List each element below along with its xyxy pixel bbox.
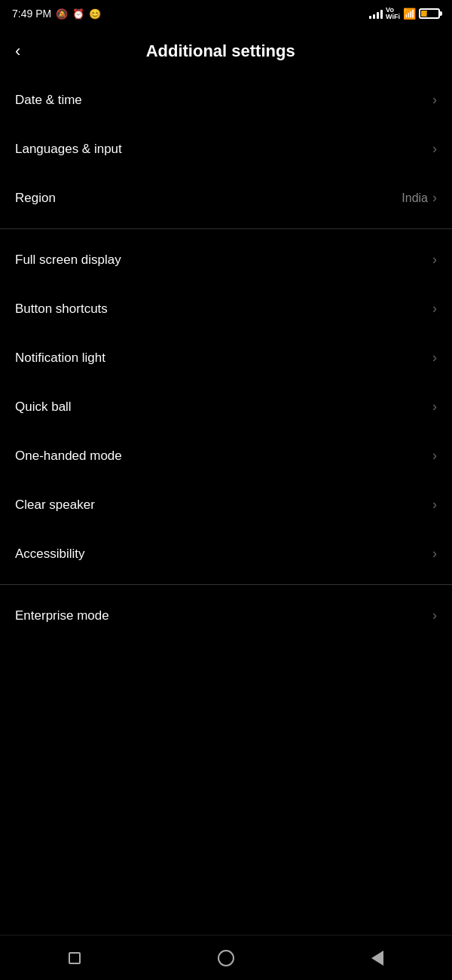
chevron-icon: ›	[432, 448, 437, 464]
notification-light-right: ›	[432, 350, 437, 366]
full-screen-right: ›	[432, 252, 437, 268]
date-time-right: ›	[432, 92, 437, 108]
accessibility-label: Accessibility	[15, 547, 85, 562]
settings-item-region[interactable]: Region India ›	[0, 173, 452, 222]
time-display: 7:49 PM	[12, 8, 51, 20]
recent-apps-icon	[69, 952, 81, 964]
clear-speaker-right: ›	[432, 497, 437, 513]
quick-ball-label: Quick ball	[15, 400, 72, 415]
back-button[interactable]: ‹	[15, 41, 20, 61]
header: ‹ Additional settings	[0, 27, 452, 75]
settings-group-3: Enterprise mode ›	[0, 591, 452, 640]
settings-item-accessibility[interactable]: Accessibility ›	[0, 529, 452, 578]
settings-item-date-time[interactable]: Date & time ›	[0, 75, 452, 124]
alarm-icon: ⏰	[72, 8, 84, 20]
chevron-icon: ›	[432, 190, 437, 206]
vo-wifi-icon: VoWiFi	[386, 7, 400, 20]
settings-list: Date & time › Languages & input › Region…	[0, 75, 452, 640]
face-icon: 😊	[89, 8, 101, 20]
region-right: India ›	[402, 190, 437, 206]
status-bar: 7:49 PM 🔕 ⏰ 😊 VoWiFi 📶 37	[0, 0, 452, 27]
chevron-icon: ›	[432, 350, 437, 366]
accessibility-right: ›	[432, 546, 437, 562]
settings-item-quick-ball[interactable]: Quick ball ›	[0, 382, 452, 431]
settings-group-1: Date & time › Languages & input › Region…	[0, 75, 452, 222]
back-nav-icon	[371, 951, 383, 966]
button-shortcuts-label: Button shortcuts	[15, 302, 108, 317]
settings-item-clear-speaker[interactable]: Clear speaker ›	[0, 480, 452, 529]
divider-1	[0, 228, 452, 229]
battery-icon: 37	[419, 8, 440, 19]
languages-input-label: Languages & input	[15, 142, 122, 157]
button-shortcuts-right: ›	[432, 301, 437, 317]
nav-bar	[0, 935, 452, 980]
one-handed-mode-label: One-handed mode	[15, 449, 122, 464]
clear-speaker-label: Clear speaker	[15, 498, 95, 513]
mute-icon: 🔕	[56, 8, 68, 20]
enterprise-right: ›	[432, 608, 437, 623]
settings-item-languages-input[interactable]: Languages & input ›	[0, 124, 452, 173]
settings-item-button-shortcuts[interactable]: Button shortcuts ›	[0, 284, 452, 333]
region-value: India	[402, 191, 428, 205]
settings-item-full-screen[interactable]: Full screen display ›	[0, 235, 452, 284]
chevron-icon: ›	[432, 546, 437, 562]
notification-light-label: Notification light	[15, 351, 105, 366]
chevron-icon: ›	[432, 252, 437, 268]
region-label: Region	[15, 191, 56, 206]
chevron-icon: ›	[432, 608, 437, 623]
chevron-icon: ›	[432, 141, 437, 157]
wifi-icon: 📶	[403, 8, 416, 20]
settings-group-2: Full screen display › Button shortcuts ›…	[0, 235, 452, 578]
enterprise-mode-label: Enterprise mode	[15, 608, 109, 623]
languages-right: ›	[432, 141, 437, 157]
settings-item-enterprise-mode[interactable]: Enterprise mode ›	[0, 591, 452, 640]
settings-item-one-handed-mode[interactable]: One-handed mode ›	[0, 431, 452, 480]
chevron-icon: ›	[432, 301, 437, 317]
chevron-icon: ›	[432, 497, 437, 513]
date-time-label: Date & time	[15, 93, 82, 108]
divider-2	[0, 584, 452, 585]
settings-item-notification-light[interactable]: Notification light ›	[0, 333, 452, 382]
one-handed-right: ›	[432, 448, 437, 464]
page-title: Additional settings	[32, 41, 408, 61]
chevron-icon: ›	[432, 92, 437, 108]
status-left: 7:49 PM 🔕 ⏰ 😊	[12, 8, 101, 20]
quick-ball-right: ›	[432, 399, 437, 415]
back-nav-button[interactable]	[349, 943, 406, 973]
home-icon	[218, 950, 234, 966]
recent-apps-button[interactable]	[46, 945, 103, 972]
signal-icon	[369, 8, 383, 19]
status-right: VoWiFi 📶 37	[369, 7, 440, 20]
home-button[interactable]	[195, 942, 257, 974]
full-screen-label: Full screen display	[15, 253, 121, 268]
chevron-icon: ›	[432, 399, 437, 415]
battery-level: 37	[420, 11, 438, 17]
